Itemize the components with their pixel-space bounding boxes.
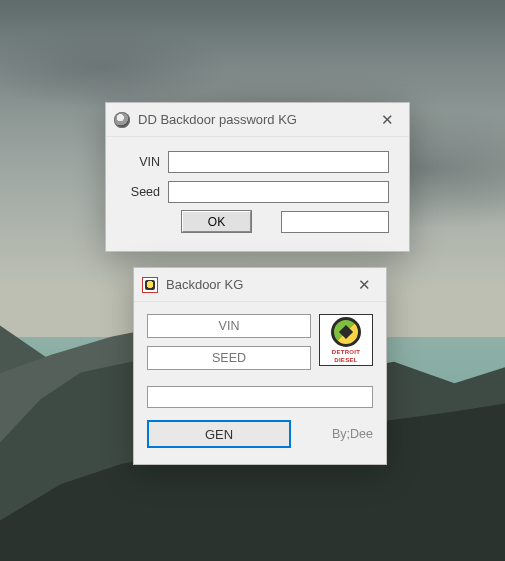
titlebar[interactable]: Backdoor KG ✕ <box>134 268 386 302</box>
detroit-diesel-logo: DETROIT DIESEL <box>319 314 373 366</box>
window-title: Backdoor KG <box>166 277 243 292</box>
close-icon: ✕ <box>381 111 394 129</box>
app-icon <box>114 112 130 128</box>
ok-button[interactable]: OK <box>182 211 251 232</box>
seed-input[interactable] <box>147 346 311 370</box>
gen-button[interactable]: GEN <box>147 420 291 448</box>
vin-input[interactable] <box>168 151 389 173</box>
close-icon: ✕ <box>358 276 371 294</box>
logo-ring-icon <box>331 317 361 347</box>
logo-text-line2: DIESEL <box>334 357 357 363</box>
close-button[interactable]: ✕ <box>346 272 382 298</box>
titlebar[interactable]: DD Backdoor password KG ✕ <box>106 103 409 137</box>
logo-text-line1: DETROIT <box>332 349 360 355</box>
credit-text: By;Dee <box>332 427 373 441</box>
window-title: DD Backdoor password KG <box>138 112 297 127</box>
window-body: VIN Seed OK <box>106 137 409 251</box>
seed-label: Seed <box>122 185 168 199</box>
app-icon <box>142 277 158 293</box>
seed-input[interactable] <box>168 181 389 203</box>
dd-backdoor-window: DD Backdoor password KG ✕ VIN Seed OK <box>105 102 410 252</box>
close-button[interactable]: ✕ <box>369 107 405 133</box>
result-output[interactable] <box>147 386 373 408</box>
window-body: DETROIT DIESEL GEN By;Dee <box>134 302 386 464</box>
vin-label: VIN <box>122 155 168 169</box>
vin-input[interactable] <box>147 314 311 338</box>
backdoor-kg-window: Backdoor KG ✕ DETROIT DIESEL GEN By;Dee <box>133 267 387 465</box>
result-output[interactable] <box>281 211 389 233</box>
